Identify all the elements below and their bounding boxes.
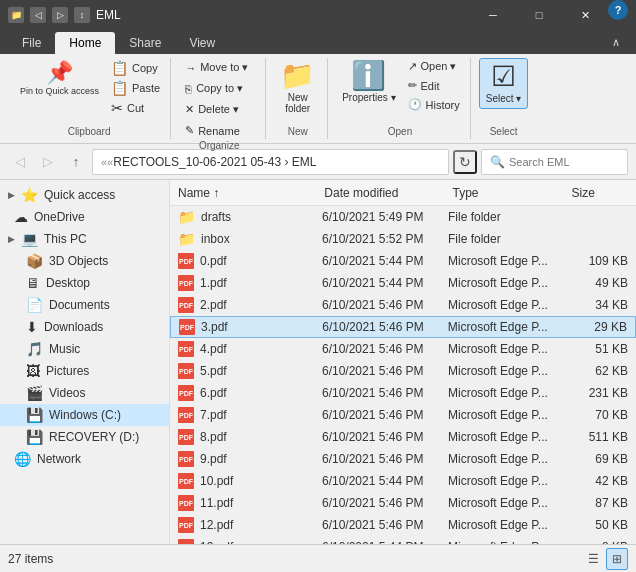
file-row[interactable]: PDF 0.pdf 6/10/2021 5:44 PM Microsoft Ed… xyxy=(170,250,636,272)
search-box[interactable]: 🔍 xyxy=(481,149,628,175)
pdf-icon: PDF xyxy=(178,385,194,401)
file-row[interactable]: PDF 10.pdf 6/10/2021 5:44 PM Microsoft E… xyxy=(170,470,636,492)
pdf-icon: PDF xyxy=(178,451,194,467)
search-input[interactable] xyxy=(509,156,619,168)
file-row[interactable]: PDF 11.pdf 6/10/2021 5:46 PM Microsoft E… xyxy=(170,492,636,514)
rename-button[interactable]: ✎ Rename xyxy=(179,121,259,140)
file-row[interactable]: PDF 3.pdf 6/10/2021 5:46 PM Microsoft Ed… xyxy=(170,316,636,338)
col-type[interactable]: Type xyxy=(449,186,568,200)
file-type: File folder xyxy=(448,232,565,246)
refresh-button[interactable]: ↻ xyxy=(453,150,477,174)
sidebar-item-desktop[interactable]: 🖥 Desktop xyxy=(0,272,169,294)
file-row[interactable]: 📁 inbox 6/10/2021 5:52 PM File folder xyxy=(170,228,636,250)
file-row[interactable]: PDF 4.pdf 6/10/2021 5:46 PM Microsoft Ed… xyxy=(170,338,636,360)
copy-to-icon: ⎘ xyxy=(185,83,192,95)
list-view-button[interactable]: ☰ xyxy=(582,548,604,570)
file-row[interactable]: PDF 9.pdf 6/10/2021 5:46 PM Microsoft Ed… xyxy=(170,448,636,470)
sidebar-item-this-pc[interactable]: ▶ 💻 This PC xyxy=(0,228,169,250)
file-date: 6/10/2021 5:46 PM xyxy=(322,430,448,444)
file-type: Microsoft Edge P... xyxy=(448,452,565,466)
close-button[interactable]: ✕ xyxy=(562,0,608,30)
maximize-button[interactable]: □ xyxy=(516,0,562,30)
breadcrumb[interactable]: «« RECTOOLS_10-06-2021 05-43 › EML xyxy=(92,149,449,175)
open-buttons: ℹ️ Properties ▾ ↗ Open ▾ ✏ Edit 🕐 Histor… xyxy=(336,58,464,126)
organize-buttons: → Move to ▾ ⎘ Copy to ▾ ✕ Delete ▾ ✎ Ren… xyxy=(179,58,259,140)
grid-view-button[interactable]: ⊞ xyxy=(606,548,628,570)
edit-button[interactable]: ✏ Edit xyxy=(404,77,464,94)
file-row[interactable]: PDF 6.pdf 6/10/2021 5:46 PM Microsoft Ed… xyxy=(170,382,636,404)
select-label: Select xyxy=(490,126,518,139)
sidebar-item-downloads[interactable]: ⬇ Downloads xyxy=(0,316,169,338)
tab-share[interactable]: Share xyxy=(115,32,175,54)
file-date: 6/10/2021 5:46 PM xyxy=(322,408,448,422)
minimize-button[interactable]: ─ xyxy=(470,0,516,30)
sidebar-item-pictures[interactable]: 🖼 Pictures xyxy=(0,360,169,382)
file-row[interactable]: PDF 1.pdf 6/10/2021 5:44 PM Microsoft Ed… xyxy=(170,272,636,294)
select-all-button[interactable]: ☑ Select ▾ xyxy=(479,58,529,109)
sidebar-label-music: Music xyxy=(49,342,80,356)
main-area: ▶ ⭐ Quick access ☁ OneDrive ▶ 💻 This PC … xyxy=(0,180,636,544)
file-type: Microsoft Edge P... xyxy=(448,518,565,532)
file-size: 231 KB xyxy=(565,386,628,400)
pin-button[interactable]: 📌 Pin to Quick access xyxy=(14,58,105,101)
sidebar-item-recovery-d[interactable]: 💾 RECOVERY (D:) xyxy=(0,426,169,448)
sidebar-item-videos[interactable]: 🎬 Videos xyxy=(0,382,169,404)
file-row[interactable]: 📁 drafts 6/10/2021 5:49 PM File folder xyxy=(170,206,636,228)
sidebar-item-music[interactable]: 🎵 Music xyxy=(0,338,169,360)
sidebar-item-quick-access[interactable]: ▶ ⭐ Quick access xyxy=(0,184,169,206)
clipboard-label: Clipboard xyxy=(68,126,111,139)
cut-button[interactable]: ✂ Cut xyxy=(107,98,164,118)
sidebar-item-documents[interactable]: 📄 Documents xyxy=(0,294,169,316)
file-row[interactable]: PDF 8.pdf 6/10/2021 5:46 PM Microsoft Ed… xyxy=(170,426,636,448)
sidebar-item-onedrive[interactable]: ☁ OneDrive xyxy=(0,206,169,228)
open-group: ℹ️ Properties ▾ ↗ Open ▾ ✏ Edit 🕐 Histor… xyxy=(330,58,471,139)
move-to-icon: → xyxy=(185,62,196,74)
tab-file[interactable]: File xyxy=(8,32,55,54)
pdf-icon: PDF xyxy=(178,429,194,445)
move-to-button[interactable]: → Move to ▾ xyxy=(179,58,259,77)
help-button[interactable]: ? xyxy=(608,0,628,20)
file-type: Microsoft Edge P... xyxy=(448,540,565,544)
back-button[interactable]: ◁ xyxy=(8,150,32,174)
file-name: 📁 drafts xyxy=(178,209,322,225)
open-button[interactable]: ↗ Open ▾ xyxy=(404,58,464,75)
copy-to-button[interactable]: ⎘ Copy to ▾ xyxy=(179,79,259,98)
nav-icon: ◁ xyxy=(30,7,46,23)
tab-view[interactable]: View xyxy=(175,32,229,54)
folder-icon: 📁 xyxy=(178,209,195,225)
sidebar-label-onedrive: OneDrive xyxy=(34,210,85,224)
paste-button[interactable]: 📋 Paste xyxy=(107,78,164,98)
col-name[interactable]: Name ↑ xyxy=(174,186,320,200)
new-folder-button[interactable]: 📁 Newfolder xyxy=(274,58,321,118)
organize-label: Organize xyxy=(199,140,240,153)
file-type: File folder xyxy=(448,210,565,224)
file-row[interactable]: PDF 5.pdf 6/10/2021 5:46 PM Microsoft Ed… xyxy=(170,360,636,382)
file-row[interactable]: PDF 7.pdf 6/10/2021 5:46 PM Microsoft Ed… xyxy=(170,404,636,426)
col-date[interactable]: Date modified xyxy=(320,186,448,200)
forward-button[interactable]: ▷ xyxy=(36,150,60,174)
history-button[interactable]: 🕐 History xyxy=(404,96,464,113)
file-row[interactable]: PDF 12.pdf 6/10/2021 5:46 PM Microsoft E… xyxy=(170,514,636,536)
sidebar-item-3d-objects[interactable]: 📦 3D Objects xyxy=(0,250,169,272)
ribbon-tabs: File Home Share View ∧ xyxy=(0,30,636,54)
open-label: Open xyxy=(388,126,412,139)
copy-button[interactable]: 📋 Copy xyxy=(107,58,164,78)
edit-icon: ✏ xyxy=(408,79,417,92)
new-group: 📁 Newfolder New xyxy=(268,58,328,139)
properties-icon: ℹ️ xyxy=(351,62,386,90)
sidebar-item-network[interactable]: 🌐 Network xyxy=(0,448,169,470)
file-type: Microsoft Edge P... xyxy=(448,276,565,290)
tab-home[interactable]: Home xyxy=(55,32,115,54)
history-icon: 🕐 xyxy=(408,98,422,111)
file-row[interactable]: PDF 2.pdf 6/10/2021 5:46 PM Microsoft Ed… xyxy=(170,294,636,316)
file-date: 6/10/2021 5:52 PM xyxy=(322,232,448,246)
sidebar-item-windows-c[interactable]: 💾 Windows (C:) xyxy=(0,404,169,426)
up-button[interactable]: ↑ xyxy=(64,150,88,174)
properties-button[interactable]: ℹ️ Properties ▾ xyxy=(336,58,401,107)
col-size[interactable]: Size xyxy=(568,186,632,200)
cut-icon: ✂ xyxy=(111,101,123,115)
file-row[interactable]: PDF 13.pdf 6/10/2021 5:44 PM Microsoft E… xyxy=(170,536,636,544)
sidebar-label-desktop: Desktop xyxy=(46,276,90,290)
delete-button[interactable]: ✕ Delete ▾ xyxy=(179,100,259,119)
pin-icon: 📌 xyxy=(46,62,73,84)
